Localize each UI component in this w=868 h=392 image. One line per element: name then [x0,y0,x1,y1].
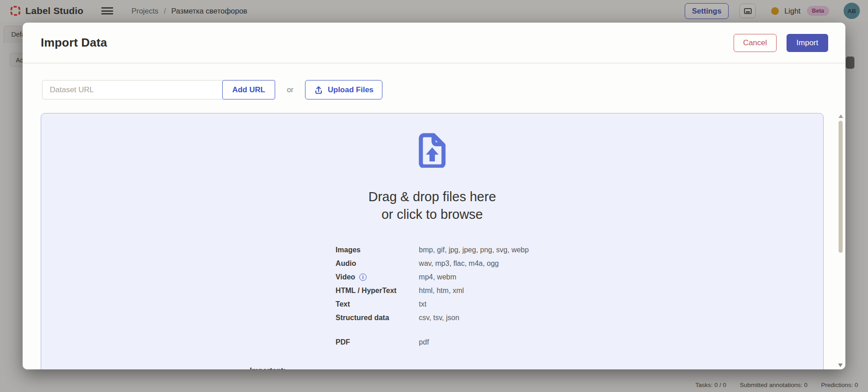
add-url-button[interactable]: Add URL [222,80,275,99]
format-label: Structured data [336,314,419,322]
format-extensions: txt [419,300,529,308]
format-row: PDFpdf [336,335,529,349]
dropzone[interactable]: Drag & drop files here or click to brows… [41,113,824,369]
format-row: Videoimp4, webm [336,270,529,284]
format-row: HTML / HyperTexthtml, htm, xml [336,284,529,298]
dropzone-heading-line2: or click to browse [368,206,496,223]
format-extensions: wav, mp3, flac, m4a, ogg [419,260,529,268]
url-row: Add URL or Upload Files [42,80,382,99]
upload-icon [314,85,323,94]
import-button[interactable]: Import [787,34,828,52]
cancel-button[interactable]: Cancel [734,34,777,52]
format-label: Text [336,300,419,308]
modal-scrollbar[interactable] [837,113,844,368]
format-label: Videoi [336,273,419,281]
format-row: Structured datacsv, tsv, json [336,311,529,325]
format-label: PDF [336,338,419,346]
format-row: Audiowav, mp3, flac, m4a, ogg [336,257,529,270]
dropzone-heading-line1: Drag & drop files here [368,188,496,206]
format-row: Imagesbmp, gif, jpg, jpeg, png, svg, web… [336,243,529,257]
file-upload-icon [418,132,446,168]
page: Label Studio Projects / Разметка светофо… [0,0,868,392]
scrollbar-down-arrow-icon[interactable] [838,364,843,367]
format-label: Audio [336,260,419,268]
format-row: Texttxt [336,298,529,311]
upload-files-label: Upload Files [328,85,373,94]
format-extensions: pdf [419,338,529,346]
important-label: Important: [250,367,615,369]
scrollbar-up-arrow-icon[interactable] [839,114,843,118]
modal-title: Import Data [41,36,107,50]
modal-actions: Cancel Import [734,34,828,52]
import-data-modal: Import Data Cancel Import Add URL or Upl… [23,23,845,369]
dropzone-heading: Drag & drop files here or click to brows… [368,188,496,223]
format-extensions: html, htm, xml [419,287,529,295]
format-extensions: bmp, gif, jpg, jpeg, png, svg, webp [419,246,529,254]
scrollbar-thumb[interactable] [839,121,843,253]
modal-header: Import Data Cancel Import [23,23,845,63]
format-label: Images [336,246,419,254]
format-extensions: csv, tsv, json [419,314,529,322]
or-label: or [287,86,293,94]
dataset-url-input[interactable] [42,80,222,99]
formats-table: Imagesbmp, gif, jpg, jpeg, png, svg, web… [336,243,529,349]
info-icon[interactable]: i [359,274,367,281]
format-extensions: mp4, webm [419,273,529,281]
upload-files-button[interactable]: Upload Files [305,80,382,99]
format-label: HTML / HyperText [336,287,419,295]
